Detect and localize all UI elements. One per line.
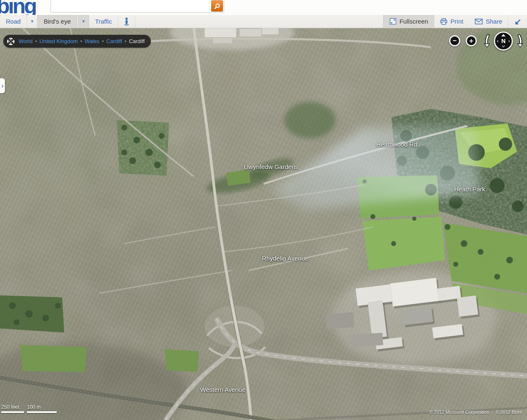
minus-icon: −	[453, 37, 457, 44]
zoom-in-button[interactable]: +	[466, 35, 477, 46]
print-label: Print	[450, 18, 463, 25]
map-canvas[interactable]: Heathwood Rd Llwynfedw Gardens Heath Par…	[0, 28, 527, 420]
breadcrumb: World • United Kingdom • Wales • Cardiff…	[3, 35, 151, 48]
scale-bar: 250 feet 100 m	[1, 404, 57, 413]
rotate-right-button[interactable]	[515, 34, 525, 51]
breadcrumb-current: Cardiff	[129, 38, 145, 44]
share-envelope-icon	[475, 19, 483, 24]
map-copyright: © 2012 Microsoft Corporation © 2012 Blom	[429, 410, 522, 415]
breadcrumb-separator: •	[35, 38, 37, 44]
map-style-birdseye-button[interactable]: Bird's eye	[37, 15, 77, 28]
toolbar-divider	[135, 15, 136, 28]
scale-feet-label: 250 feet	[1, 404, 24, 410]
compass-north-label: N	[501, 38, 505, 44]
copyright-microsoft: © 2012 Microsoft Corporation	[429, 410, 489, 415]
rotate-right-arrow-icon	[515, 34, 525, 49]
compass-north-tick-icon	[501, 34, 505, 36]
fullscreen-label: Fullscreen	[399, 18, 428, 25]
map-label-heath-park: Heath Park	[454, 186, 485, 193]
scale-feet: 250 feet	[1, 404, 24, 413]
print-icon	[440, 18, 447, 25]
rotate-left-arrow-icon	[482, 34, 493, 49]
birdseye-style-dropdown[interactable]: ▾	[78, 15, 89, 28]
scale-meters: 100 m	[27, 404, 57, 413]
breadcrumb-united-kingdom[interactable]: United Kingdom	[39, 38, 78, 44]
breadcrumb-separator: •	[80, 38, 82, 44]
toolbar-right-group: Fullscreen Print	[383, 15, 527, 28]
print-button[interactable]: Print	[434, 15, 469, 28]
locate-icon	[6, 37, 15, 46]
share-button[interactable]: Share	[469, 15, 508, 28]
copyright-blom: © 2012 Blom	[496, 410, 522, 415]
map-label-llwynfedw-gardens: Llwynfedw Gardens	[244, 163, 298, 170]
birdseye-label: Bird's eye	[44, 18, 70, 25]
map-toolbar: Road ▾ Bird's eye ▾ Traffic	[0, 15, 527, 28]
map-style-road-button[interactable]: Road	[0, 15, 27, 28]
breadcrumb-separator: •	[125, 38, 127, 44]
bing-maps-window: bing™ Road ▾ Bird's eye ▾ Traffic	[0, 0, 527, 420]
map-label-western-avenue: Western Avenue	[200, 386, 246, 393]
bing-logo[interactable]: bing™	[0, 0, 40, 15]
traffic-label: Traffic	[95, 18, 112, 25]
sidebar-expand-tab[interactable]: ›	[0, 78, 5, 93]
expand-chevron-icon: ›	[2, 82, 4, 89]
collapse-arrow-icon: ↙	[514, 17, 521, 27]
road-label: Road	[6, 18, 21, 25]
aerial-imagery	[0, 28, 527, 420]
search-button[interactable]	[211, 0, 223, 12]
rotate-left-button[interactable]	[482, 34, 493, 51]
share-label: Share	[486, 18, 502, 25]
scale-meters-label: 100 m	[27, 404, 57, 410]
fullscreen-button[interactable]: Fullscreen	[383, 15, 434, 28]
scale-meters-rule	[27, 411, 57, 413]
breadcrumb-wales[interactable]: Wales	[85, 38, 99, 44]
compass-rotate-east-icon[interactable]: ›	[508, 38, 510, 43]
scale-feet-rule	[1, 411, 24, 413]
top-header: bing™	[0, 0, 527, 15]
map-label-rhydelig-avenue: Rhydelig Avenue	[262, 255, 308, 262]
chevron-down-icon: ▾	[31, 19, 34, 24]
breadcrumb-cardiff[interactable]: Cardiff	[106, 38, 122, 44]
search-icon	[214, 3, 220, 10]
zoom-out-button[interactable]: −	[449, 35, 460, 46]
chevron-down-icon: ▾	[82, 19, 85, 24]
search-box	[51, 0, 224, 12]
road-style-dropdown[interactable]: ▾	[27, 15, 38, 28]
plus-icon: +	[469, 37, 474, 44]
map-label-heathwood-rd: Heathwood Rd	[376, 141, 417, 148]
compass-rotate-west-icon[interactable]: ‹	[497, 38, 498, 43]
search-input[interactable]	[51, 0, 209, 12]
streetside-person-icon	[124, 17, 129, 26]
breadcrumb-separator: •	[102, 38, 104, 44]
compass-rotate-south-icon[interactable]: ˅	[502, 44, 505, 48]
bing-logo-text: bing	[0, 0, 36, 15]
traffic-button[interactable]: Traffic	[89, 15, 118, 28]
dock-map-button[interactable]: ↙	[508, 15, 527, 28]
streetside-button[interactable]	[118, 15, 135, 28]
compass-control[interactable]: ‹ N › ˅	[494, 31, 513, 51]
breadcrumb-world[interactable]: World	[19, 38, 33, 44]
fullscreen-icon	[389, 18, 396, 25]
